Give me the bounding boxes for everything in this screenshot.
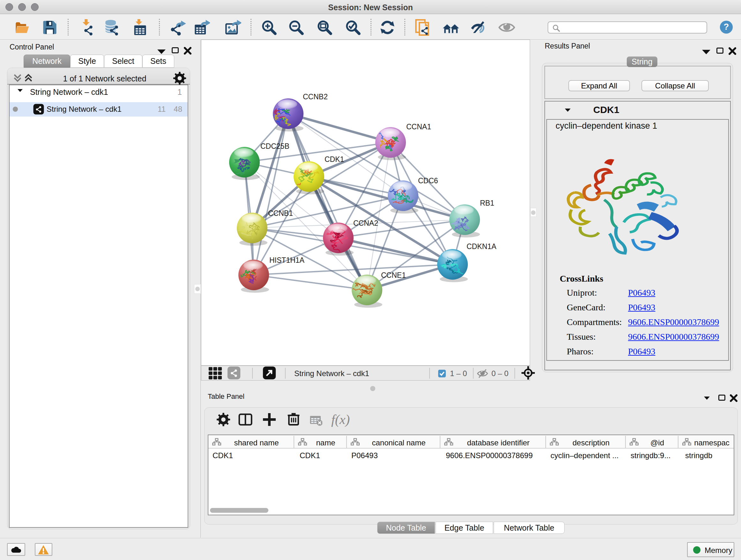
svg-text:CDK1: CDK1 — [325, 155, 344, 164]
svg-text:RB1: RB1 — [480, 199, 494, 207]
svg-text:?: ? — [724, 22, 729, 32]
svg-text:CCNA1: CCNA1 — [406, 123, 431, 131]
svg-text:CDC25B: CDC25B — [260, 142, 289, 150]
svg-text:CCNB2: CCNB2 — [303, 92, 328, 101]
svg-text:CCNB1: CCNB1 — [268, 209, 293, 217]
svg-text:CDC6: CDC6 — [418, 177, 438, 185]
svg-text:HIST1H1A: HIST1H1A — [269, 256, 305, 264]
svg-text:CCNE1: CCNE1 — [381, 271, 406, 279]
svg-text:CCNA2: CCNA2 — [353, 219, 378, 227]
svg-text:CDKN1A: CDKN1A — [467, 242, 496, 251]
